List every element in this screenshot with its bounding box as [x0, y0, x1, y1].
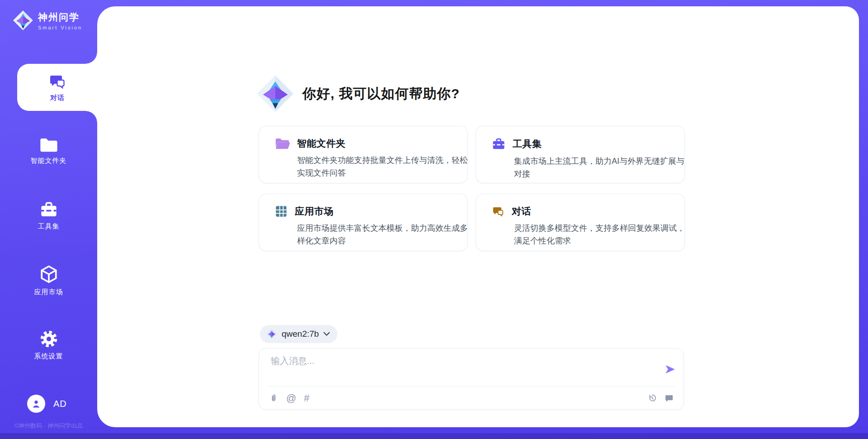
chat-bubbles-icon — [492, 205, 505, 218]
message-input[interactable] — [271, 355, 651, 382]
history-button[interactable] — [647, 393, 657, 403]
history-clock-icon — [647, 393, 657, 403]
sidebar-item-label: 系统设置 — [34, 352, 63, 361]
main-panel: 你好, 我可以如何帮助你? 智能文件夹 智能文件夹功能支持批量文件上传与清洗，轻… — [97, 6, 859, 427]
brand-logo: 神州问学 Smart Vision — [13, 10, 82, 31]
user-account[interactable]: AD — [27, 395, 67, 413]
card-description: 集成市场上主流工具，助力AI与外界无缝扩展与对接 — [514, 155, 691, 181]
toolbox-icon — [492, 137, 505, 151]
brand-diamond-icon — [266, 329, 277, 339]
sidebar: 神州问学 Smart Vision 对话 智能文件夹 工具集 — [0, 0, 97, 439]
chat-bubbles-icon — [48, 72, 66, 91]
hashtag-button[interactable]: # — [304, 393, 309, 403]
folder-icon — [39, 137, 58, 153]
chat-history-button[interactable] — [665, 394, 674, 403]
card-description: 智能文件夹功能支持批量文件上传与清洗，轻松实现文件问答 — [297, 154, 474, 180]
model-name: qwen2:7b — [282, 329, 319, 339]
card-description: 灵活切换多模型文件，支持多样回复效果调试，满足个性化需求 — [514, 222, 691, 248]
card-title: 对话 — [512, 205, 531, 218]
sidebar-item-app-market[interactable]: 应用市场 — [0, 264, 97, 296]
sidebar-item-toolset[interactable]: 工具集 — [0, 200, 97, 231]
sidebar-item-label: 工具集 — [38, 222, 60, 231]
card-description: 应用市场提供丰富长文本模板，助力高效生成多样化文章内容 — [297, 222, 474, 248]
sidebar-item-smart-folder[interactable]: 智能文件夹 — [0, 137, 97, 165]
grid-icon — [275, 205, 288, 218]
card-smart-folder[interactable]: 智能文件夹 智能文件夹功能支持批量文件上传与清洗，轻松实现文件问答 — [259, 126, 468, 183]
card-title: 应用市场 — [295, 205, 334, 218]
feature-cards: 智能文件夹 智能文件夹功能支持批量文件上传与清洗，轻松实现文件问答 工具集 集成… — [259, 126, 685, 251]
avatar — [27, 395, 45, 413]
sidebar-item-label: 应用市场 — [34, 288, 63, 296]
message-composer: @ # — [259, 348, 684, 410]
paperclip-icon — [269, 393, 278, 403]
sidebar-item-chat[interactable]: 对话 — [17, 64, 98, 111]
copyright-text: ©神州数码 · 神州问学出品 — [0, 422, 97, 430]
card-app-market[interactable]: 应用市场 应用市场提供丰富长文本模板，助力高效生成多样化文章内容 — [259, 194, 468, 251]
card-title: 智能文件夹 — [297, 137, 346, 150]
toolbox-icon — [39, 200, 58, 219]
greeting-block: 你好, 我可以如何帮助你? — [256, 75, 460, 113]
cube-icon — [39, 264, 58, 284]
sidebar-item-label: 对话 — [50, 94, 65, 102]
chevron-down-icon — [323, 332, 330, 336]
gear-icon — [39, 329, 58, 348]
card-toolset[interactable]: 工具集 集成市场上主流工具，助力AI与外界无缝扩展与对接 — [476, 126, 685, 183]
model-selector[interactable]: qwen2:7b — [260, 325, 337, 343]
greeting-title: 你好, 我可以如何帮助你? — [302, 85, 460, 103]
sidebar-item-label: 智能文件夹 — [31, 157, 67, 165]
card-title: 工具集 — [513, 138, 542, 150]
send-icon — [664, 363, 676, 375]
person-icon — [31, 398, 42, 409]
tab-fillet-bottom — [85, 111, 97, 123]
brand-diamond-icon — [13, 10, 33, 31]
bottom-edge-strip — [0, 433, 868, 439]
composer-toolbar: @ # — [259, 387, 684, 410]
card-chat[interactable]: 对话 灵活切换多模型文件，支持多样回复效果调试，满足个性化需求 — [476, 194, 685, 251]
send-button[interactable] — [664, 363, 676, 376]
brand-name: 神州问学 — [38, 11, 82, 24]
chat-bubble-icon — [665, 394, 674, 403]
tab-fillet-top — [85, 52, 97, 64]
brand-subtitle: Smart Vision — [38, 25, 82, 30]
sidebar-item-system-settings[interactable]: 系统设置 — [0, 329, 97, 361]
user-label: AD — [53, 399, 67, 409]
mention-button[interactable]: @ — [286, 393, 296, 403]
brand-diamond-icon — [256, 75, 294, 113]
folder-icon — [275, 137, 290, 150]
attach-file-button[interactable] — [269, 393, 278, 403]
